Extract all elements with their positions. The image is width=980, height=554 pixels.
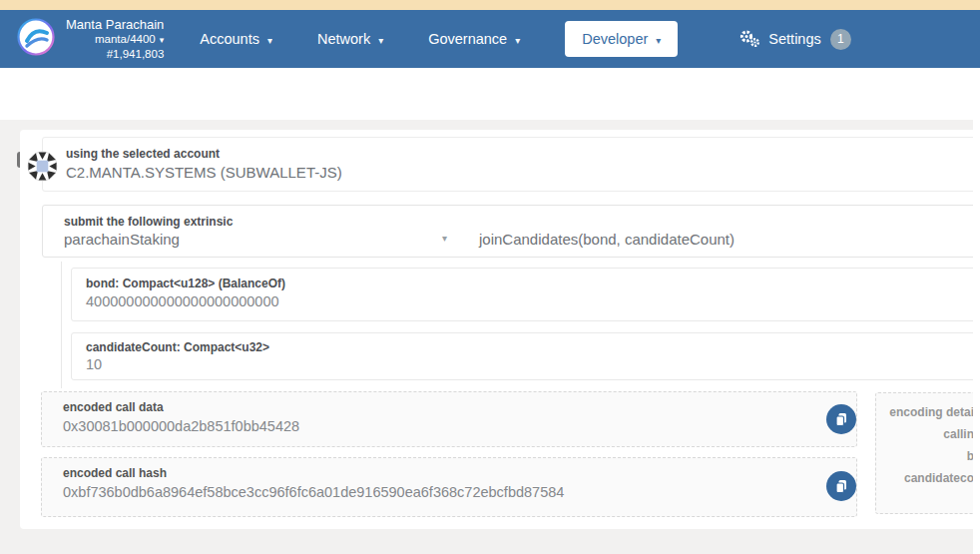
account-value: C2.MANTA.SYSTEMS (SUBWALLET-JS)	[66, 164, 342, 181]
chain-name: Manta Parachain	[66, 17, 164, 32]
nav-item-settings[interactable]: Settings 1	[737, 29, 850, 50]
settings-label: Settings	[768, 31, 820, 47]
params-indent-guide	[61, 262, 62, 388]
encoding-details-title: encoding detai	[876, 401, 974, 423]
app-header: Manta Parachain manta/4400▾ #1,941,803 A…	[0, 10, 980, 68]
chain-spec: manta/4400▾	[66, 32, 164, 48]
call-hash-value: 0xbf736b0db6a8964ef58bce3cc96f6fc6a01de9…	[63, 484, 564, 500]
encoding-details-text: encoding detai callin b candidateco	[876, 401, 974, 489]
call-data-value: 0x30081b000000da2b851f0bb45428	[63, 418, 299, 434]
gear-icon	[737, 29, 761, 49]
settings-count-badge: 1	[830, 29, 851, 50]
param-bond: bond: Compact<u128> (BalanceOf) 40000000…	[71, 268, 980, 321]
chevron-down-icon: ▾	[515, 35, 520, 46]
encoding-details-row: callin	[876, 423, 974, 445]
bond-input[interactable]: 400000000000000000000000	[86, 293, 279, 309]
candidate-count-label: candidateCount: Compact<u32>	[86, 340, 269, 354]
nav-item-governance[interactable]: Governance▾	[428, 31, 520, 47]
copy-icon	[834, 412, 848, 427]
chain-selector[interactable]: Manta Parachain manta/4400▾ #1,941,803	[66, 17, 164, 62]
chevron-down-icon[interactable]: ▾	[442, 233, 447, 244]
encoding-details-row: candidateco	[876, 467, 974, 489]
encoded-call-hash-box: encoded call hash 0xbf736b0db6a8964ef58b…	[41, 457, 857, 517]
method-select[interactable]: joinCandidates(bond, candidateCount)	[479, 231, 735, 248]
nav-item-developer[interactable]: Developer▾	[565, 21, 678, 57]
main-nav: Accounts▾ Network▾ Governance▾ Developer…	[200, 21, 850, 57]
tabbar: Extrinsics Submission Decode	[0, 68, 980, 120]
account-identicon	[27, 151, 58, 182]
extrinsic-label: submit the following extrinsic	[64, 215, 233, 229]
chevron-down-icon: ▾	[656, 35, 661, 46]
copy-call-data-button[interactable]	[826, 404, 856, 434]
manta-logo-icon	[17, 18, 55, 56]
encoding-details-box: encoding detai callin b candidateco	[875, 392, 980, 514]
encoded-call-data-box: encoded call data 0x30081b000000da2b851f…	[41, 391, 857, 447]
account-select[interactable]: using the selected account C2.MANTA.SYST…	[42, 137, 980, 192]
call-hash-label: encoded call hash	[63, 466, 167, 480]
account-label: using the selected account	[66, 147, 220, 161]
chevron-down-icon: ▾	[378, 35, 383, 46]
top-accent-strip	[0, 0, 980, 10]
scrollbar[interactable]	[973, 68, 980, 554]
nav-item-accounts[interactable]: Accounts▾	[200, 31, 272, 47]
copy-call-hash-button[interactable]	[826, 471, 856, 501]
copy-icon	[834, 479, 848, 494]
screen: Manta Parachain manta/4400▾ #1,941,803 A…	[0, 0, 980, 554]
bond-label: bond: Compact<u128> (BalanceOf)	[86, 277, 285, 290]
nav-item-network[interactable]: Network▾	[317, 31, 383, 47]
call-data-label: encoded call data	[63, 400, 164, 414]
section-select[interactable]: parachainStaking	[64, 231, 180, 248]
block-number: #1,941,803	[66, 47, 164, 62]
extrinsic-select-box: submit the following extrinsic parachain…	[42, 205, 980, 258]
chevron-down-icon: ▾	[267, 35, 272, 46]
candidate-count-input[interactable]: 10	[86, 356, 102, 372]
manta-logo[interactable]	[17, 18, 55, 60]
param-candidate-count: candidateCount: Compact<u32> 10	[71, 332, 980, 380]
encoding-details-row: b	[876, 445, 974, 467]
chevron-down-icon: ▾	[160, 35, 165, 45]
